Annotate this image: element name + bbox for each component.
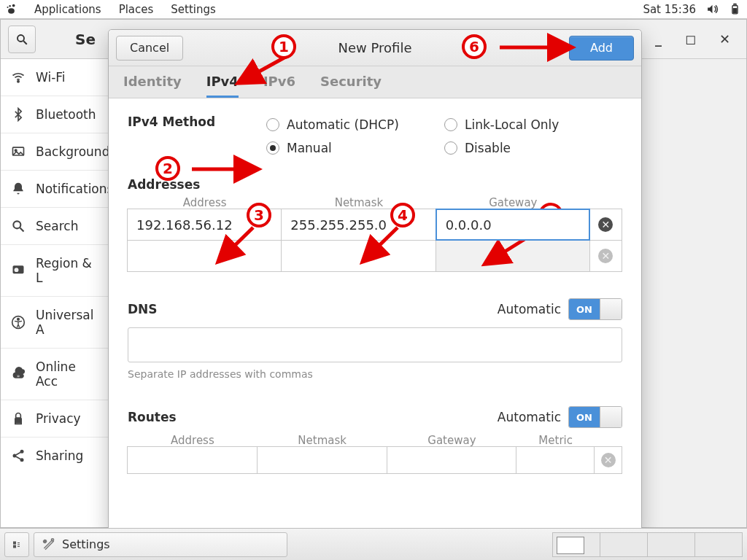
dns-input[interactable] <box>128 327 622 362</box>
delete-icon: ✕ <box>598 217 613 232</box>
sidebar-item-label: Sharing <box>36 448 83 463</box>
dns-automatic-label: Automatic <box>498 302 561 316</box>
routes-title: Routes <box>128 410 177 424</box>
svg-point-21 <box>13 454 17 458</box>
tab-security[interactable]: Security <box>320 66 382 98</box>
privacy-icon <box>11 411 26 426</box>
route-metric-input[interactable] <box>516 446 595 474</box>
svg-line-13 <box>20 228 24 232</box>
tab-ipv6[interactable]: IPv6 <box>263 66 295 98</box>
search-button[interactable] <box>8 26 36 53</box>
netmask-input[interactable] <box>281 240 436 272</box>
dns-hint: Separate IP addresses with commas <box>128 368 622 380</box>
switch-label: ON <box>569 299 600 319</box>
route-netmask-input[interactable] <box>257 446 387 474</box>
address-input[interactable]: 192.168.56.12 <box>127 209 282 241</box>
sidebar-item-sharing[interactable]: Sharing <box>1 437 109 474</box>
method-linklocal[interactable]: Link-Local Only <box>444 117 622 132</box>
sidebar-item-label: Online Acc <box>36 359 99 389</box>
method-automatic[interactable]: Automatic (DHCP) <box>266 117 444 132</box>
sidebar-item-wifi[interactable]: Wi-Fi <box>1 59 109 96</box>
sidebar-item-online[interactable]: » Online Acc <box>1 348 109 400</box>
col-gateway: Gateway <box>436 196 590 209</box>
sidebar-item-notifications[interactable]: Notifications <box>1 170 109 207</box>
col-address: Address <box>128 434 258 447</box>
svg-point-9 <box>18 81 19 82</box>
workspace-switcher[interactable] <box>553 532 743 557</box>
add-button[interactable]: Add <box>569 36 634 61</box>
route-gateway-input[interactable] <box>387 446 517 474</box>
delete-row-button[interactable]: ✕ <box>589 209 622 241</box>
method-label: Automatic (DHCP) <box>287 117 399 132</box>
col-gateway: Gateway <box>387 434 517 447</box>
sidebar-item-background[interactable]: Background <box>1 133 109 170</box>
show-desktop-button[interactable] <box>4 532 29 557</box>
new-profile-dialog: Cancel New Profile Add Identity IPv4 IPv… <box>108 29 642 532</box>
delete-icon: ✕ <box>598 249 613 263</box>
sidebar-item-region[interactable]: Region & L <box>1 244 109 296</box>
region-icon <box>11 263 26 278</box>
maximize-button[interactable]: ◻ <box>685 31 696 47</box>
delete-row-button[interactable]: ✕ <box>594 446 622 474</box>
method-label: Disable <box>465 141 511 155</box>
workspace-2[interactable] <box>600 532 648 557</box>
dns-automatic-switch[interactable]: ON <box>568 298 622 320</box>
netmask-input[interactable]: 255.255.255.0 <box>281 209 436 241</box>
cancel-button[interactable]: Cancel <box>116 36 183 61</box>
bluetooth-icon <box>11 107 26 122</box>
route-row: ✕ <box>128 447 622 474</box>
battery-icon[interactable] <box>729 3 741 15</box>
workspace-1[interactable] <box>552 532 600 557</box>
gateway-input[interactable]: 0.0.0.0 <box>436 209 590 241</box>
menu-settings[interactable]: Settings <box>171 3 216 16</box>
gateway-input[interactable] <box>436 240 590 272</box>
svg-point-1 <box>9 5 11 7</box>
svg-text:»: » <box>17 373 20 379</box>
bell-icon <box>11 182 26 196</box>
sidebar-item-label: Universal A <box>36 308 99 337</box>
workspace-4[interactable] <box>694 532 743 557</box>
method-manual[interactable]: Manual <box>266 141 444 155</box>
menu-places[interactable]: Places <box>119 3 154 16</box>
clock[interactable]: Sat 15:36 <box>643 3 696 16</box>
tab-ipv4[interactable]: IPv4 <box>206 66 239 98</box>
dialog-tabs: Identity IPv4 IPv6 Security <box>109 66 641 98</box>
sidebar-item-label: Search <box>36 219 78 233</box>
svg-rect-5 <box>734 4 736 5</box>
sidebar-item-label: Privacy <box>36 411 81 426</box>
svg-line-8 <box>23 41 27 44</box>
method-disable[interactable]: Disable <box>444 141 622 155</box>
workspace-3[interactable] <box>647 532 695 557</box>
address-row: ✕ <box>128 241 622 272</box>
svg-point-17 <box>18 319 20 321</box>
address-input[interactable] <box>127 240 282 272</box>
col-netmask: Netmask <box>282 196 436 209</box>
svg-rect-24 <box>13 545 16 548</box>
close-button[interactable]: ✕ <box>719 31 730 47</box>
settings-sidebar: Wi-Fi Bluetooth Background Notifications… <box>1 59 110 527</box>
svg-point-12 <box>13 221 20 228</box>
online-accounts-icon: » <box>11 367 26 381</box>
gnome-top-bar: Applications Places Settings Sat 15:36 <box>0 0 747 19</box>
sidebar-item-search[interactable]: Search <box>1 207 109 244</box>
switch-knob <box>600 299 622 319</box>
tab-identity[interactable]: Identity <box>123 66 182 98</box>
svg-point-7 <box>18 35 24 42</box>
menu-applications[interactable]: Applications <box>34 3 101 16</box>
delete-row-button[interactable]: ✕ <box>589 240 622 272</box>
volume-icon[interactable] <box>706 3 719 15</box>
sidebar-item-label: Wi-Fi <box>36 70 66 85</box>
col-metric: Metric <box>516 434 595 447</box>
sidebar-item-bluetooth[interactable]: Bluetooth <box>1 96 109 133</box>
minimize-button[interactable]: _ <box>655 31 662 47</box>
route-address-input[interactable] <box>127 446 258 474</box>
sharing-icon <box>11 448 26 463</box>
window-title: Se <box>75 31 96 48</box>
sidebar-item-privacy[interactable]: Privacy <box>1 400 109 437</box>
svg-point-3 <box>8 8 15 14</box>
sidebar-item-universal[interactable]: Universal A <box>1 296 109 348</box>
sidebar-item-label: Region & L <box>36 256 99 285</box>
svg-point-22 <box>20 458 24 462</box>
routes-automatic-switch[interactable]: ON <box>568 406 622 428</box>
taskbar-app-settings[interactable]: Settings <box>34 532 287 557</box>
